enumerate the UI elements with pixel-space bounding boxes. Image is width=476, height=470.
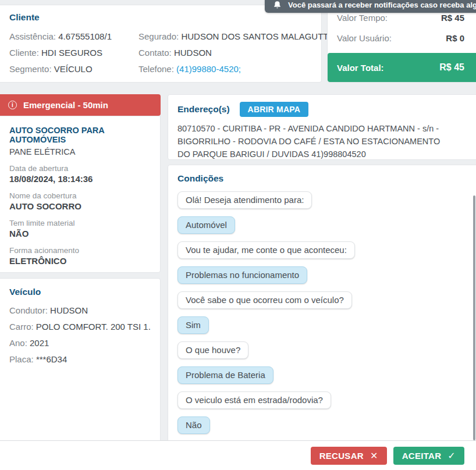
chat-message: O que houve? xyxy=(177,341,467,359)
service-detail-cobertura: Nome da cobertura AUTO SOCORRO xyxy=(9,191,151,211)
chat-scrollbar[interactable] xyxy=(473,195,475,440)
field-segmento: Segmento: VEÍCULO xyxy=(9,61,138,77)
chat-message: Olá! Deseja atendimento para: xyxy=(177,191,467,209)
client-fields: Assistência: 4.67555108/1 Cliente: HDI S… xyxy=(9,29,312,77)
notification-toast[interactable]: Você passará a receber notificações caso… xyxy=(265,0,476,13)
emergency-banner: i Emergencial - 50min xyxy=(0,94,161,116)
service-detail-abertura: Data de abertura 18/08/2024, 18:14:36 xyxy=(9,164,151,184)
chat-message: Problemas no funcionamento xyxy=(177,266,467,284)
emergency-banner-label: Emergencial - 50min xyxy=(23,100,108,110)
vehicle-card: Veículo Condutor: HUDSON Carro: POLO COM… xyxy=(0,278,161,441)
chat-message: O veiculo está em estrada/rodovia? xyxy=(177,391,467,409)
close-icon: ✕ xyxy=(370,450,378,461)
chat-message: Não xyxy=(177,416,467,434)
accept-button[interactable]: ACEITAR ✓ xyxy=(393,447,464,465)
field-ano: Ano: 2021 xyxy=(9,335,151,351)
field-assistencia: Assistência: 4.67555108/1 xyxy=(9,29,138,45)
address-card-title: Endereço(s) xyxy=(177,104,230,115)
check-icon: ✓ xyxy=(447,450,456,461)
action-bar: RECUSAR ✕ ACEITAR ✓ xyxy=(0,440,476,470)
chat-message: Vou te ajudar, me conte o que aconteceu: xyxy=(177,241,467,259)
toast-message: Você passará a receber notificações caso… xyxy=(288,1,476,9)
chat-message: Automóvel xyxy=(177,216,467,234)
conditions-card-title: Condições xyxy=(177,173,467,184)
vehicle-card-title: Veículo xyxy=(9,287,151,297)
pricing-total-value: R$ 45 xyxy=(439,62,464,73)
address-card: Endereço(s) ABRIR MAPA 80710570 - CURITI… xyxy=(168,94,476,160)
pricing-total-label: Valor Total: xyxy=(337,63,384,73)
accept-button-label: ACEITAR xyxy=(402,451,442,461)
address-text: 80710570 - CURITIBA - PR - AVENIDA CANDI… xyxy=(177,122,454,161)
field-contato: Contato: HUDSON xyxy=(138,45,331,61)
info-icon: i xyxy=(8,101,17,109)
bell-icon xyxy=(273,1,282,9)
service-name: AUTO SOCORRO PARA AUTOMÓVEIS xyxy=(9,126,151,144)
client-card-title: Cliente xyxy=(9,12,312,23)
field-segurado: Segurado: HUDSON DOS SANTOS MALAGUTTI xyxy=(138,29,331,45)
service-detail-limite: Tem limite material NÃO xyxy=(9,219,151,238)
assistance-dispatch-screen: Cliente Assistência: 4.67555108/1 Client… xyxy=(0,0,476,470)
field-carro: Carro: POLO COMFORT. 200 TSI 1. xyxy=(9,319,151,335)
field-cliente: Cliente: HDI SEGUROS xyxy=(9,45,138,61)
client-card: Cliente Assistência: 4.67555108/1 Client… xyxy=(0,5,322,83)
service-card: AUTO SOCORRO PARA AUTOMÓVEIS PANE ELÉTRI… xyxy=(0,116,161,273)
chat-message: Sim xyxy=(177,316,467,334)
decline-button[interactable]: RECUSAR ✕ xyxy=(311,447,387,465)
conditions-card: Condições Olá! Deseja atendimento para: … xyxy=(168,165,476,441)
pricing-total-band: Valor Total: R$ 45 xyxy=(328,53,476,82)
field-condutor: Condutor: HUDSON xyxy=(9,302,151,319)
address-header: Endereço(s) ABRIR MAPA xyxy=(177,102,467,117)
open-map-button[interactable]: ABRIR MAPA xyxy=(240,102,308,117)
service-detail-acionamento: Forma acionamento ELETRÔNICO xyxy=(9,246,151,266)
field-placa: Placa: ***6D34 xyxy=(9,351,151,368)
field-telefone: Telefone: (41)99880-4520; xyxy=(138,61,331,77)
client-fields-right: Segurado: HUDSON DOS SANTOS MALAGUTTI Co… xyxy=(138,29,331,77)
phone-link[interactable]: (41)99880-4520; xyxy=(176,64,241,74)
service-problem: PANE ELÉTRICA xyxy=(9,147,151,156)
chat-message: Problema de Bateria xyxy=(177,366,467,384)
client-fields-left: Assistência: 4.67555108/1 Cliente: HDI S… xyxy=(9,29,138,77)
chat-message: Você sabe o que ocorreu com o veículo? xyxy=(177,291,467,309)
pricing-row-usuario: Valor Usuário: R$ 0 xyxy=(328,28,476,48)
decline-button-label: RECUSAR xyxy=(319,451,364,461)
